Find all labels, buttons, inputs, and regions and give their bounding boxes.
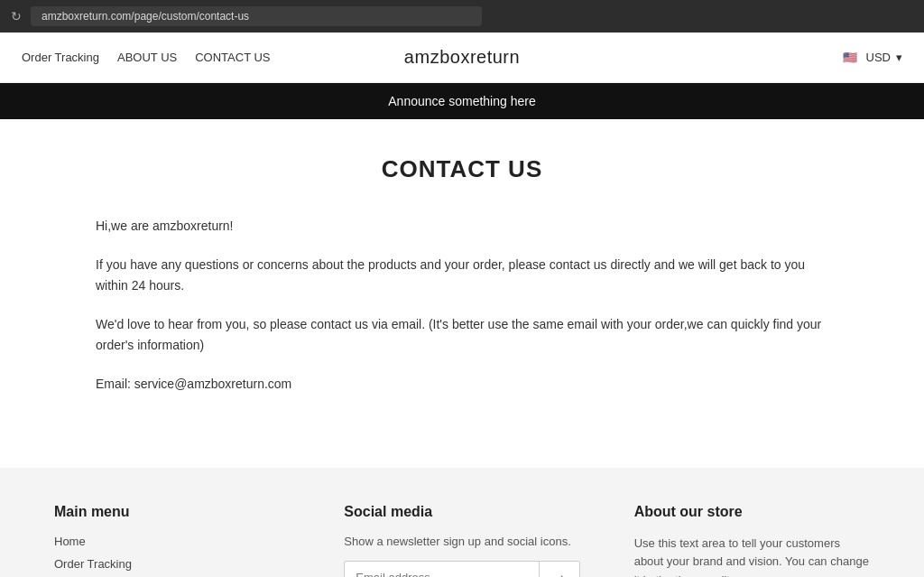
announce-bar: Announce something here xyxy=(0,83,924,119)
footer-social-media: Social media Show a newsletter sign up a… xyxy=(344,504,579,577)
site-logo[interactable]: amzboxreturn xyxy=(404,47,520,68)
paragraph-4: Email: service@amzboxreturn.com xyxy=(96,374,828,395)
currency-label[interactable]: USD xyxy=(866,51,891,64)
announce-text: Announce something here xyxy=(388,94,535,108)
footer: Main menu Home Order Tracking ABOUT US C… xyxy=(0,468,924,577)
footer-about-text: Use this text area to tell your customer… xyxy=(634,535,870,577)
content-body: Hi,we are amzboxreturn! If you have any … xyxy=(96,216,828,396)
footer-columns: Main menu Home Order Tracking ABOUT US C… xyxy=(54,504,870,577)
paragraph-1: Hi,we are amzboxreturn! xyxy=(96,216,828,237)
paragraph-3: We'd love to hear from you, so please co… xyxy=(96,314,828,356)
email-subscribe-form: → xyxy=(344,561,579,577)
email-input[interactable] xyxy=(345,562,538,577)
paragraph-2: If you have any questions or concerns ab… xyxy=(96,255,828,296)
footer-link-order-tracking[interactable]: Order Tracking xyxy=(54,557,290,571)
nav-left: Order Tracking ABOUT US CONTACT US xyxy=(22,51,271,64)
footer-social-desc: Show a newsletter sign up and social ico… xyxy=(344,535,579,548)
footer-about-heading: About our store xyxy=(634,504,870,520)
footer-link-home[interactable]: Home xyxy=(54,535,290,548)
email-submit-button[interactable]: → xyxy=(539,562,579,577)
footer-main-menu-heading: Main menu xyxy=(54,504,290,520)
url-bar[interactable]: amzboxreturn.com/page/custom/contact-us xyxy=(31,6,482,26)
nav-order-tracking[interactable]: Order Tracking xyxy=(22,51,99,64)
site-nav: Order Tracking ABOUT US CONTACT US amzbo… xyxy=(0,33,924,83)
footer-about-store: About our store Use this text area to te… xyxy=(634,504,870,577)
page-title: CONTACT US xyxy=(96,155,828,183)
main-content: CONTACT US Hi,we are amzboxreturn! If yo… xyxy=(74,119,850,468)
nav-about-us[interactable]: ABOUT US xyxy=(117,51,177,64)
nav-contact-us[interactable]: CONTACT US xyxy=(195,51,270,64)
browser-chrome: ↻ amzboxreturn.com/page/custom/contact-u… xyxy=(0,0,924,33)
footer-main-menu: Main menu Home Order Tracking ABOUT US C… xyxy=(54,504,290,577)
currency-chevron: ▾ xyxy=(896,51,902,64)
flag-icon: 🇺🇸 xyxy=(843,51,861,64)
footer-social-heading: Social media xyxy=(344,504,579,520)
refresh-icon[interactable]: ↻ xyxy=(11,9,22,23)
nav-right: 🇺🇸 USD ▾ xyxy=(843,51,902,64)
